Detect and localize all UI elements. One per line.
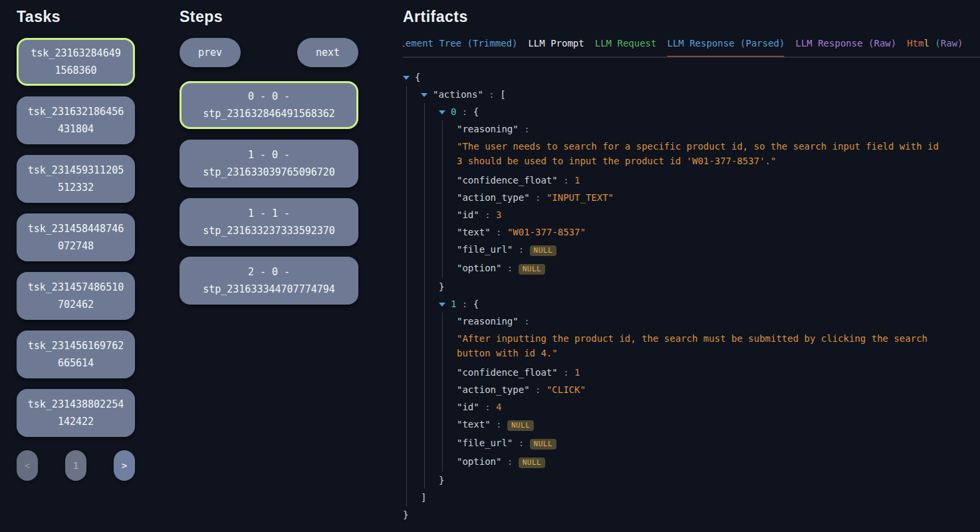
task-item[interactable]: tsk_231438802254142422 xyxy=(17,389,135,437)
json-token: : xyxy=(513,438,529,448)
pagination-prev-button[interactable]: < xyxy=(17,450,38,481)
json-children: 0 : {"reasoning" : "The user needs to se… xyxy=(424,103,980,489)
expander-icon[interactable] xyxy=(439,110,445,114)
tab-llm-response-raw[interactable]: LLM Response (Raw) xyxy=(795,38,896,57)
steps-heading: Steps xyxy=(180,8,358,26)
next-step-button[interactable]: next xyxy=(297,38,358,67)
tab-element-tree-trimmed[interactable]: Element Tree (Trimmed) xyxy=(403,38,517,57)
json-token: } xyxy=(439,281,444,292)
json-token: "actions" xyxy=(433,89,483,100)
task-item[interactable]: tsk_231459311205512332 xyxy=(17,155,135,203)
step-item[interactable]: 2 - 0 - stp_231633344707774794 xyxy=(180,257,358,305)
json-line: "file_url" : NULL xyxy=(457,434,980,453)
json-line: "id" : 4 xyxy=(457,398,980,416)
task-item[interactable]: tsk_231632846491568360 xyxy=(17,38,135,86)
tab-llm-request[interactable]: LLM Request xyxy=(595,38,657,57)
steps-nav: prev next xyxy=(180,38,358,67)
expander-icon[interactable] xyxy=(403,76,410,80)
tab-html-raw[interactable]: Html (Raw) xyxy=(907,38,963,57)
null-badge: NULL xyxy=(530,439,557,450)
json-token: "confidence_float" xyxy=(457,367,558,378)
json-token: : xyxy=(530,384,547,395)
json-line: "confidence_float" : 1 xyxy=(457,364,980,381)
json-token: : xyxy=(479,209,496,220)
json-token: "option" xyxy=(457,456,501,467)
prev-step-button[interactable]: prev xyxy=(180,38,241,67)
json-token: : xyxy=(501,456,518,467)
json-token: "action_type" xyxy=(457,192,530,203)
json-token: "reasoning" xyxy=(457,316,519,327)
json-token: "The user needs to search for a specific… xyxy=(457,141,939,166)
json-token: "confidence_float" xyxy=(457,175,558,186)
json-token: : xyxy=(501,263,518,273)
json-token: [ xyxy=(500,89,505,100)
json-token: 1 xyxy=(574,175,580,186)
json-token: : xyxy=(491,227,507,237)
json-line: { xyxy=(403,68,980,86)
task-item[interactable]: tsk_231456169762665614 xyxy=(17,331,135,378)
pagination-page-button[interactable]: 1 xyxy=(65,450,86,481)
expander-icon[interactable] xyxy=(439,303,445,307)
json-line: "action_type" : "INPUT_TEXT" xyxy=(457,189,980,206)
json-line: "reasoning" : xyxy=(457,120,980,138)
step-item[interactable]: 1 - 1 - stp_231633237333592370 xyxy=(180,198,358,246)
json-token: ] xyxy=(421,492,426,503)
json-line: "actions" : [ xyxy=(421,86,980,103)
json-token: 1 xyxy=(574,367,580,378)
json-token: "option" xyxy=(457,263,501,273)
task-item[interactable]: tsk_231457486510702462 xyxy=(17,272,135,320)
json-token: : xyxy=(456,106,473,117)
json-line: 1 : { xyxy=(439,295,980,313)
json-token: "W01-377-8537" xyxy=(507,227,586,237)
json-token: "reasoning" xyxy=(457,124,519,134)
json-token: : xyxy=(519,124,535,134)
app-root: { "colors": { "selection_accent": "#cdf1… xyxy=(0,0,980,532)
json-node: 1 : {"reasoning" : "After inputting the … xyxy=(439,295,980,489)
null-badge: NULL xyxy=(530,245,557,256)
json-line: ] xyxy=(421,489,980,506)
expander-icon[interactable] xyxy=(421,93,428,97)
json-token: "CLICK" xyxy=(547,384,586,395)
json-token: : xyxy=(513,244,529,255)
steps-panel: Steps prev next 0 - 0 - stp_231632846491… xyxy=(180,8,358,315)
json-line: "id" : 3 xyxy=(457,206,980,223)
json-tree: {"actions" : [0 : {"reasoning" : "The us… xyxy=(403,68,980,523)
json-token: "action_type" xyxy=(457,384,530,395)
tab-llm-response-parsed[interactable]: LLM Response (Parsed) xyxy=(667,38,785,57)
json-token: : xyxy=(558,367,574,378)
tab-label-part: Raw) xyxy=(941,38,963,49)
json-token: 4 xyxy=(496,402,501,412)
json-line: "file_url" : NULL xyxy=(457,241,980,259)
tab-label-part: ( xyxy=(929,38,941,49)
json-token: 3 xyxy=(496,209,501,220)
json-token: : xyxy=(479,402,496,412)
task-list: tsk_231632846491568360tsk_23163218645643… xyxy=(17,38,135,437)
tasks-pagination: < 1 > xyxy=(17,450,135,481)
step-list: 0 - 0 - stp_2316328464915683621 - 0 - st… xyxy=(180,81,358,305)
step-item[interactable]: 1 - 0 - stp_231633039765096720 xyxy=(180,140,358,188)
step-item[interactable]: 0 - 0 - stp_231632846491568362 xyxy=(180,81,358,129)
json-node: {"actions" : [0 : {"reasoning" : "The us… xyxy=(403,68,980,523)
json-line: "text" : "W01-377-8537" xyxy=(457,223,980,241)
json-token: "After inputting the product id, the sea… xyxy=(457,333,927,358)
json-line: } xyxy=(403,506,980,523)
json-token: "text" xyxy=(457,419,491,430)
json-line: "text" : NULL xyxy=(457,416,980,434)
json-line: } xyxy=(439,471,980,489)
json-token: : xyxy=(456,299,473,309)
json-token: "id" xyxy=(457,402,479,412)
tab-llm-prompt[interactable]: LLM Prompt xyxy=(528,38,584,57)
json-token: { xyxy=(473,299,479,309)
json-token: "file_url" xyxy=(457,244,513,255)
task-item[interactable]: tsk_231458448746072748 xyxy=(17,213,135,261)
json-node: "actions" : [0 : {"reasoning" : "The use… xyxy=(421,86,980,506)
json-token: : xyxy=(519,316,535,327)
pagination-next-button[interactable]: > xyxy=(114,450,135,481)
json-token: "INPUT_TEXT" xyxy=(547,192,614,203)
json-token: "file_url" xyxy=(457,438,513,448)
artifact-tabs: Element Tree (Trimmed)LLM PromptLLM Requ… xyxy=(403,38,980,58)
json-token: "text" xyxy=(457,227,491,237)
json-line: "option" : NULL xyxy=(457,453,980,471)
artifacts-panel: Artifacts Element Tree (Trimmed)LLM Prom… xyxy=(403,8,980,523)
task-item[interactable]: tsk_231632186456431804 xyxy=(17,96,135,144)
